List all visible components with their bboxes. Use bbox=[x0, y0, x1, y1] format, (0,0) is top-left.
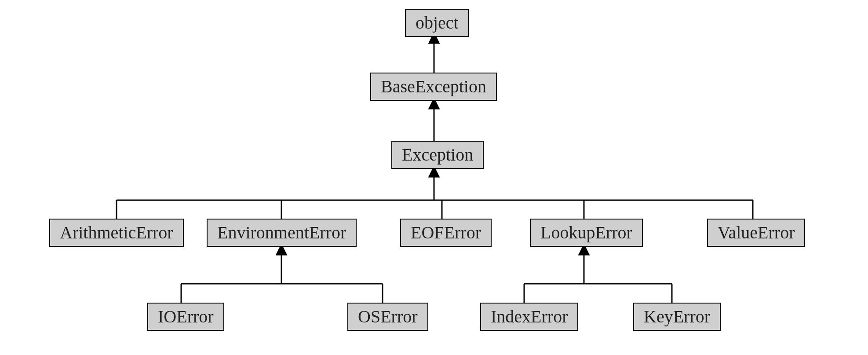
node-eof-error: EOFError bbox=[400, 219, 492, 247]
node-index-error: IndexError bbox=[480, 303, 578, 331]
node-value-error: ValueError bbox=[707, 219, 805, 247]
node-environment-error: EnvironmentError bbox=[207, 219, 357, 247]
node-os-error: OSError bbox=[347, 303, 428, 331]
node-key-error: KeyError bbox=[633, 303, 721, 331]
node-io-error: IOError bbox=[147, 303, 224, 331]
connector-lines bbox=[0, 0, 868, 355]
node-exception: Exception bbox=[391, 141, 484, 169]
node-object: object bbox=[405, 9, 469, 37]
exception-hierarchy-diagram: object BaseException Exception Arithmeti… bbox=[0, 0, 868, 355]
node-base-exception: BaseException bbox=[370, 73, 497, 101]
node-lookup-error: LookupError bbox=[530, 219, 643, 247]
node-arithmetic-error: ArithmeticError bbox=[49, 219, 184, 247]
